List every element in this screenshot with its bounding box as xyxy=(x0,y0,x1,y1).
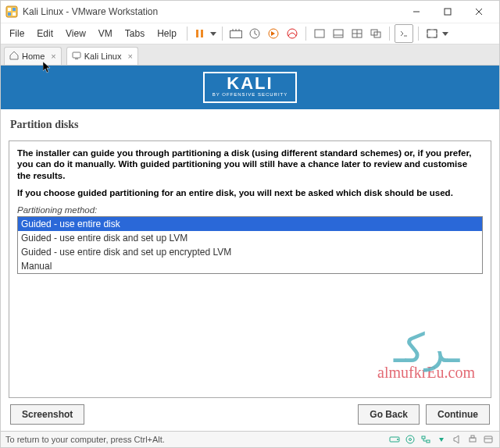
svg-rect-1 xyxy=(8,8,11,11)
close-button[interactable] xyxy=(463,1,495,23)
status-sound-icon[interactable] xyxy=(451,433,463,446)
svg-rect-9 xyxy=(196,30,198,37)
layout-thumbnail-icon[interactable] xyxy=(330,25,347,42)
pause-dropdown[interactable] xyxy=(209,30,217,37)
tab-home-label: Home xyxy=(22,52,45,61)
option-manual[interactable]: Manual xyxy=(18,259,482,273)
svg-marker-36 xyxy=(439,438,444,442)
intro-text-1: The installer can guide you through part… xyxy=(17,148,483,181)
kali-logo-text: KALI xyxy=(212,75,288,92)
tab-kali-close[interactable]: × xyxy=(127,52,132,61)
window-title: Kali Linux - VMware Workstation xyxy=(23,6,401,17)
svg-rect-35 xyxy=(427,440,430,443)
svg-point-31 xyxy=(397,439,398,440)
go-back-button[interactable]: Go Back xyxy=(358,404,420,425)
watermark-url: almufkrEu.com xyxy=(377,364,475,382)
status-net-icon[interactable] xyxy=(420,433,432,446)
status-usb-icon[interactable] xyxy=(482,433,495,446)
continue-button[interactable]: Continue xyxy=(426,404,490,425)
status-cd-icon[interactable] xyxy=(404,433,416,446)
status-hint: To return to your computer, press Ctrl+A… xyxy=(5,435,165,444)
svg-marker-27 xyxy=(442,32,448,36)
svg-rect-39 xyxy=(484,436,492,443)
kali-banner: KALI BY OFFENSIVE SECURITY xyxy=(1,66,499,109)
partition-options[interactable]: Guided - use entire disk Guided - use en… xyxy=(17,216,483,274)
option-guided-entire-disk[interactable]: Guided - use entire disk xyxy=(18,217,482,231)
separator xyxy=(222,27,223,41)
pause-icon[interactable] xyxy=(192,29,208,38)
svg-point-33 xyxy=(409,439,412,441)
svg-rect-26 xyxy=(427,30,437,37)
screenshot-button[interactable]: Screenshot xyxy=(10,404,84,425)
method-label: Partitioning method: xyxy=(17,205,483,215)
home-icon xyxy=(9,51,19,62)
kali-logo: KALI BY OFFENSIVE SECURITY xyxy=(203,72,298,103)
layout-single-icon[interactable] xyxy=(311,25,328,42)
menu-view[interactable]: View xyxy=(60,26,91,41)
svg-marker-15 xyxy=(271,31,275,36)
menu-vm[interactable]: VM xyxy=(93,26,118,41)
content-panel: The installer can guide you through part… xyxy=(9,140,491,398)
svg-rect-34 xyxy=(422,436,425,439)
send-keys-icon[interactable] xyxy=(227,25,245,42)
svg-rect-10 xyxy=(201,30,203,37)
svg-rect-3 xyxy=(8,12,11,16)
option-guided-encrypted-lvm[interactable]: Guided - use entire disk and set up encr… xyxy=(18,245,482,259)
menu-help[interactable]: Help xyxy=(152,26,182,41)
svg-rect-17 xyxy=(315,30,324,37)
unity-icon[interactable] xyxy=(367,25,384,42)
separator xyxy=(305,27,306,41)
fullscreen-dropdown[interactable] xyxy=(442,30,448,37)
status-printer-icon[interactable] xyxy=(466,433,479,446)
svg-rect-38 xyxy=(471,436,474,438)
status-more-icon[interactable] xyxy=(435,433,448,446)
manage-icon[interactable] xyxy=(284,25,301,42)
svg-rect-12 xyxy=(230,31,241,38)
separator xyxy=(389,27,390,41)
svg-rect-2 xyxy=(12,8,16,11)
svg-rect-4 xyxy=(12,12,16,16)
fullscreen-icon[interactable] xyxy=(423,25,441,42)
kali-logo-subtext: BY OFFENSIVE SECURITY xyxy=(212,92,288,97)
tab-kali[interactable]: Kali Linux × xyxy=(66,47,138,65)
vm-icon xyxy=(72,51,81,62)
option-guided-lvm[interactable]: Guided - use entire disk and set up LVM xyxy=(18,231,482,245)
revert-icon[interactable] xyxy=(265,25,282,42)
tab-home-close[interactable]: × xyxy=(51,52,55,61)
svg-point-32 xyxy=(406,436,414,443)
svg-rect-6 xyxy=(445,9,451,15)
status-disk-icon[interactable] xyxy=(388,433,401,446)
svg-point-16 xyxy=(288,29,297,38)
page-title: Partition disks xyxy=(10,119,491,131)
watermark: ـركـ almufkrEu.com xyxy=(377,339,475,382)
separator xyxy=(187,27,188,41)
svg-rect-18 xyxy=(334,30,343,37)
intro-text-2: If you choose guided partitioning for an… xyxy=(17,187,483,198)
svg-rect-28 xyxy=(73,52,80,58)
svg-rect-29 xyxy=(75,59,78,59)
tab-home[interactable]: Home × xyxy=(4,47,62,65)
svg-rect-37 xyxy=(470,438,476,442)
snapshot-icon[interactable] xyxy=(246,25,263,42)
guest-screen: KALI BY OFFENSIVE SECURITY Partition dis… xyxy=(1,66,499,431)
app-icon xyxy=(5,5,18,18)
menu-file[interactable]: File xyxy=(4,26,30,41)
menu-tabs[interactable]: Tabs xyxy=(120,26,150,41)
maximize-button[interactable] xyxy=(432,1,463,23)
watermark-calligraphy: ـركـ xyxy=(377,339,475,359)
layout-multi-icon[interactable] xyxy=(348,25,366,42)
svg-marker-11 xyxy=(210,32,216,36)
minimize-button[interactable] xyxy=(401,1,432,23)
tab-kali-label: Kali Linux xyxy=(84,52,122,61)
console-icon[interactable] xyxy=(395,24,413,43)
separator xyxy=(418,27,419,41)
menu-edit[interactable]: Edit xyxy=(31,26,59,41)
